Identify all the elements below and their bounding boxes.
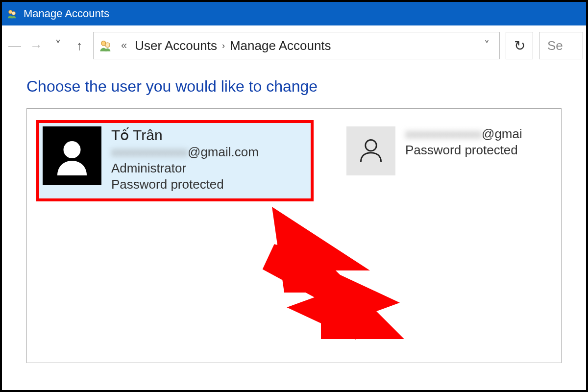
nav-forward-button[interactable]: → bbox=[26, 31, 46, 60]
breadcrumb-root[interactable]: User Accounts bbox=[135, 38, 217, 53]
breadcrumb-current[interactable]: Manage Accounts bbox=[230, 38, 331, 53]
annotation-arrow-icon bbox=[257, 197, 404, 344]
email-suffix: @gmai bbox=[482, 126, 522, 141]
avatar bbox=[43, 126, 101, 185]
breadcrumb-overflow[interactable]: « bbox=[121, 39, 127, 52]
users-panel: Tố Trân xxxxxxxxxxxx@gmail.com Administr… bbox=[26, 108, 562, 363]
nav-recent-dropdown[interactable]: ˅ bbox=[48, 31, 68, 60]
svg-point-5 bbox=[366, 140, 377, 151]
nav-up-button[interactable]: ↑ bbox=[70, 31, 89, 60]
svg-point-1 bbox=[12, 11, 15, 15]
user-info: Tố Trân xxxxxxxxxxxx@gmail.com Administr… bbox=[111, 126, 259, 192]
svg-marker-10 bbox=[272, 207, 404, 339]
search-input[interactable]: Se bbox=[539, 32, 583, 59]
email-redacted-part: xxxxxxxxxxxx bbox=[405, 126, 482, 142]
user-email: xxxxxxxxxxxx@gmai bbox=[405, 126, 522, 142]
accounts-path-icon bbox=[98, 38, 113, 53]
search-placeholder: Se bbox=[547, 38, 563, 53]
address-bar[interactable]: « User Accounts › Manage Accounts ˅ bbox=[93, 32, 500, 59]
accounts-app-icon bbox=[7, 8, 18, 19]
svg-point-4 bbox=[64, 141, 81, 158]
user-card[interactable]: xxxxxxxxxxxx@gmai Password protected bbox=[342, 122, 530, 183]
email-redacted-part: xxxxxxxxxxxx bbox=[111, 145, 188, 160]
content-area: Choose the user you would like to change… bbox=[2, 66, 586, 363]
window-title: Manage Accounts bbox=[24, 7, 109, 20]
avatar bbox=[346, 126, 395, 175]
user-email: xxxxxxxxxxxx@gmail.com bbox=[111, 145, 259, 160]
user-card-selected[interactable]: Tố Trân xxxxxxxxxxxx@gmail.com Administr… bbox=[38, 122, 312, 200]
user-name: Tố Trân bbox=[111, 126, 259, 144]
nav-back-button[interactable]: — bbox=[5, 31, 24, 60]
svg-marker-6 bbox=[257, 211, 404, 344]
email-suffix: @gmail.com bbox=[188, 145, 259, 159]
user-role: Administrator bbox=[111, 161, 259, 176]
page-heading: Choose the user you would like to change bbox=[26, 77, 562, 96]
user-status: Password protected bbox=[405, 143, 522, 158]
refresh-button[interactable]: ↻ bbox=[506, 32, 533, 59]
user-status: Password protected bbox=[111, 177, 259, 192]
chevron-right-icon[interactable]: › bbox=[222, 41, 225, 51]
address-dropdown-icon[interactable]: ˅ bbox=[479, 39, 494, 52]
titlebar: Manage Accounts bbox=[2, 2, 586, 25]
refresh-icon: ↻ bbox=[514, 38, 525, 54]
nav-toolbar: — → ˅ ↑ « User Accounts › Manage Account… bbox=[2, 25, 586, 66]
annotation-arrow-icon bbox=[257, 197, 404, 344]
svg-point-3 bbox=[105, 43, 110, 47]
user-info: xxxxxxxxxxxx@gmai Password protected bbox=[405, 126, 522, 175]
